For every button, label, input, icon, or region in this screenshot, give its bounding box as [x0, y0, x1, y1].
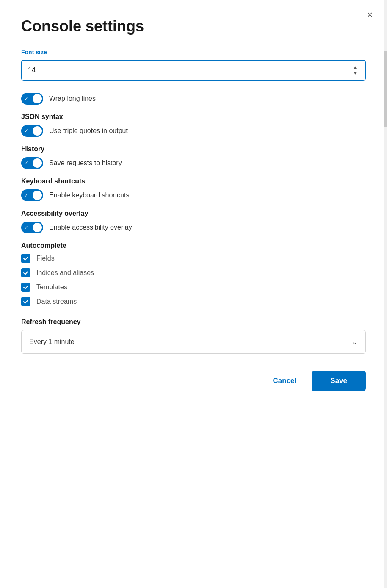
cancel-button[interactable]: Cancel	[265, 372, 305, 390]
save-requests-row: ✓ Save requests to history	[21, 157, 366, 169]
templates-row: Templates	[21, 283, 366, 292]
save-requests-toggle[interactable]: ✓	[21, 157, 43, 169]
templates-checkbox[interactable]	[21, 283, 30, 292]
font-size-section: Font size ▲ ▼	[21, 49, 366, 81]
history-heading: History	[21, 145, 366, 153]
spinner-down-button[interactable]: ▼	[351, 71, 359, 76]
fields-row: Fields	[21, 254, 366, 263]
json-syntax-heading: JSON syntax	[21, 113, 366, 121]
indices-aliases-label[interactable]: Indices and aliases	[36, 269, 94, 277]
templates-label[interactable]: Templates	[36, 283, 67, 291]
templates-check-icon	[23, 284, 29, 290]
refresh-frequency-section: Refresh frequency Every 1 minute ⌄	[21, 318, 366, 354]
toggle-check-icon-3: ✓	[24, 160, 28, 166]
chevron-down-icon: ⌄	[351, 337, 358, 347]
indices-aliases-check-icon	[23, 270, 29, 276]
triple-quotes-label: Use triple quotes in output	[49, 127, 128, 135]
accessibility-overlay-heading: Accessibility overlay	[21, 210, 366, 217]
data-streams-checkbox[interactable]	[21, 297, 30, 306]
page-title: Console settings	[21, 17, 366, 35]
toggle-check-icon: ✓	[24, 96, 28, 102]
scrollbar-track	[384, 0, 387, 588]
indices-aliases-row: Indices and aliases	[21, 268, 366, 277]
scrollbar-thumb[interactable]	[384, 51, 387, 127]
spinner-buttons: ▲ ▼	[351, 65, 359, 76]
fields-check-icon	[23, 255, 29, 261]
close-button[interactable]: ×	[365, 8, 374, 21]
font-size-label: Font size	[21, 49, 366, 55]
data-streams-label[interactable]: Data streams	[36, 298, 77, 305]
fields-checkbox[interactable]	[21, 254, 30, 263]
footer-buttons: Cancel Save	[21, 371, 366, 391]
refresh-frequency-value: Every 1 minute	[29, 338, 351, 346]
toggle-check-icon-4: ✓	[24, 192, 28, 198]
modal-container: × Console settings Font size ▲ ▼ ✓ Wrap …	[0, 0, 387, 588]
wrap-long-lines-toggle[interactable]: ✓	[21, 93, 43, 105]
toggle-check-icon-2: ✓	[24, 128, 28, 134]
autocomplete-heading: Autocomplete	[21, 242, 366, 250]
accessibility-overlay-label: Enable accessibility overlay	[49, 224, 132, 231]
accessibility-overlay-row: ✓ Enable accessibility overlay	[21, 222, 366, 233]
keyboard-shortcuts-label: Enable keyboard shortcuts	[49, 191, 129, 199]
toggle-check-icon-5: ✓	[24, 225, 28, 230]
keyboard-shortcuts-toggle[interactable]: ✓	[21, 189, 43, 201]
keyboard-shortcuts-heading: Keyboard shortcuts	[21, 178, 366, 185]
indices-aliases-checkbox[interactable]	[21, 268, 30, 277]
refresh-frequency-heading: Refresh frequency	[21, 318, 366, 326]
refresh-frequency-dropdown[interactable]: Every 1 minute ⌄	[21, 330, 366, 354]
font-size-input[interactable]	[28, 67, 351, 74]
save-requests-label: Save requests to history	[49, 159, 122, 167]
data-streams-check-icon	[23, 299, 29, 305]
wrap-long-lines-label: Wrap long lines	[49, 95, 96, 103]
keyboard-shortcuts-row: ✓ Enable keyboard shortcuts	[21, 189, 366, 201]
triple-quotes-row: ✓ Use triple quotes in output	[21, 125, 366, 137]
font-size-input-wrapper[interactable]: ▲ ▼	[21, 60, 366, 81]
autocomplete-section: Autocomplete Fields Indices and aliases	[21, 242, 366, 306]
wrap-long-lines-row: ✓ Wrap long lines	[21, 93, 366, 105]
accessibility-overlay-toggle[interactable]: ✓	[21, 222, 43, 233]
save-button[interactable]: Save	[312, 371, 366, 391]
triple-quotes-toggle[interactable]: ✓	[21, 125, 43, 137]
fields-label[interactable]: Fields	[36, 255, 55, 262]
data-streams-row: Data streams	[21, 297, 366, 306]
spinner-up-button[interactable]: ▲	[351, 65, 359, 70]
